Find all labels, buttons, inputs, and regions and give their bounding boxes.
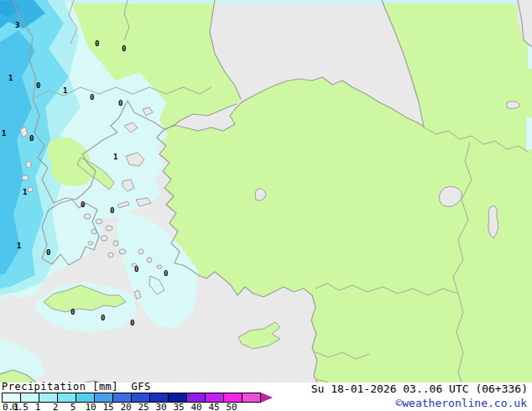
point-value: 0 bbox=[36, 81, 40, 90]
island-cyclades bbox=[101, 236, 107, 241]
weather-map-app: 300101001011001000000 Precipitation [mm]… bbox=[0, 0, 532, 411]
point-value: 1 bbox=[63, 86, 67, 95]
legend-bar: Precipitation [mm] GFS 0.10.512510152025… bbox=[0, 382, 532, 411]
island-cyclades bbox=[106, 226, 112, 231]
legend-model-label: GFS bbox=[132, 381, 151, 393]
tick-label-5: 5 bbox=[70, 402, 76, 411]
tick-label-35: 35 bbox=[173, 402, 184, 411]
point-value: 1 bbox=[23, 188, 27, 196]
copyright-link[interactable]: ©weatheronline.co.uk bbox=[395, 397, 527, 409]
tick-label-20: 20 bbox=[120, 402, 131, 411]
point-value: 0 bbox=[81, 200, 85, 209]
point-value: 0 bbox=[134, 265, 138, 273]
legend-title-label: Precipitation bbox=[2, 381, 86, 393]
island-lefkada bbox=[26, 161, 31, 168]
map-canvas[interactable]: 300101001011001000000 bbox=[0, 0, 532, 382]
tick-label-15: 15 bbox=[102, 402, 113, 411]
tick-label-40: 40 bbox=[190, 402, 201, 411]
legend-unit-label: [mm] bbox=[92, 381, 118, 393]
point-value: 0 bbox=[29, 134, 34, 143]
tick-label-10: 10 bbox=[85, 402, 96, 411]
island-cyclades bbox=[88, 242, 93, 245]
lake-urmia bbox=[488, 206, 498, 239]
island-cyclades bbox=[119, 249, 126, 254]
island-cyclades bbox=[96, 219, 102, 224]
tick-label-50: 50 bbox=[226, 402, 237, 411]
island-zakynthos bbox=[28, 187, 33, 192]
point-value: 0 bbox=[122, 44, 126, 53]
point-value: 0 bbox=[101, 314, 105, 322]
precip-trace-top-strip bbox=[0, 0, 532, 3]
point-value: 0 bbox=[118, 99, 123, 107]
point-value: 1 bbox=[17, 242, 21, 250]
island-kefalonia bbox=[22, 175, 29, 180]
tick-label-1: 1 bbox=[35, 402, 41, 411]
point-value: 0 bbox=[130, 319, 134, 327]
point-value: 1 bbox=[2, 129, 6, 138]
point-value: 0 bbox=[95, 39, 99, 48]
precip-colorbar bbox=[3, 393, 273, 402]
point-value: 0 bbox=[70, 308, 75, 316]
island-dodecanese bbox=[157, 265, 162, 268]
point-value: 1 bbox=[113, 153, 117, 161]
island-cyclades bbox=[84, 214, 91, 219]
island-cyclades bbox=[113, 241, 118, 246]
point-value: 0 bbox=[46, 248, 50, 257]
tick-label-25: 25 bbox=[138, 402, 149, 411]
tick-label-0.5: 0.5 bbox=[12, 402, 29, 411]
tick-label-2: 2 bbox=[53, 402, 59, 411]
point-value: 0 bbox=[90, 93, 94, 101]
island-dodecanese bbox=[138, 249, 143, 254]
forecast-timestamp: Su 18-01-2026 03..06 UTC (06+336) bbox=[311, 382, 528, 395]
island-cyclades bbox=[108, 252, 113, 258]
tick-label-45: 45 bbox=[208, 402, 219, 411]
tick-label-30: 30 bbox=[155, 402, 166, 411]
point-value: 0 bbox=[164, 269, 168, 278]
colorbar-tick-labels: 0.10.5125101520253035404550 bbox=[3, 402, 279, 411]
point-value: 1 bbox=[8, 74, 13, 82]
island-dodecanese bbox=[147, 258, 152, 263]
point-value: 0 bbox=[110, 206, 114, 215]
precip-trace-right-sliver2 bbox=[526, 117, 532, 149]
point-value: 3 bbox=[15, 21, 19, 29]
legend-title: Precipitation [mm] GFS bbox=[2, 381, 151, 393]
